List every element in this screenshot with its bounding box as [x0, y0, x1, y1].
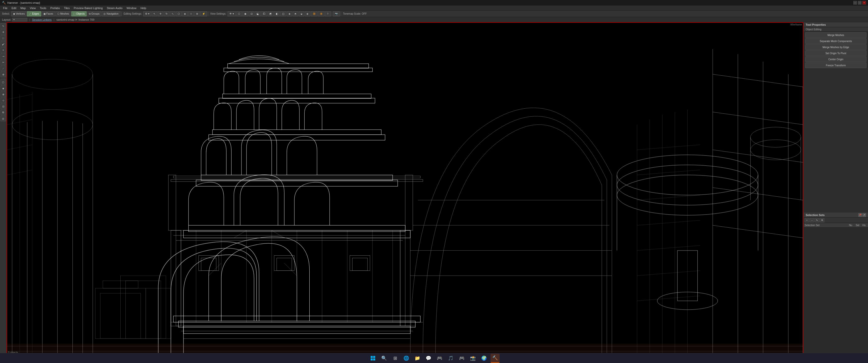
game-app-1-button[interactable]: 🎮	[435, 354, 444, 363]
select-navigation-button[interactable]: ◎ Navigation	[102, 11, 120, 16]
toolbar: Select: ◆ Vertices ⟋ Edges ▣ Faces ⬡ Mes…	[0, 10, 868, 17]
merge-meshes-by-edge-button[interactable]: Merge Meshes by Edge	[805, 44, 867, 50]
select-objects-button[interactable]: ⬚ Objects	[71, 11, 87, 16]
start-button[interactable]	[368, 354, 377, 363]
sel-edit-button[interactable]: ✎	[815, 218, 819, 222]
view-tool-1[interactable]: ⬡	[236, 11, 242, 16]
layout-dropdown[interactable]: ▾	[12, 18, 27, 22]
tool-edge[interactable]: ⟋	[0, 66, 6, 71]
menu-tools[interactable]: Tools	[38, 5, 49, 10]
maximize-button[interactable]: □	[858, 1, 862, 4]
close-button[interactable]: ✕	[863, 1, 866, 4]
tool-pointer[interactable]: ↖	[0, 23, 6, 29]
game-app-2-button[interactable]: 🎮	[457, 354, 466, 363]
tool-12[interactable]: ⊹	[0, 98, 6, 103]
hammer-taskbar-entry[interactable]: 🔨	[491, 354, 500, 363]
menu-preview-baked[interactable]: Preview Baked Lighting	[72, 5, 105, 10]
sel-remove-button[interactable]: −	[810, 218, 814, 222]
select-faces-button[interactable]: ▣ Faces	[42, 11, 55, 16]
steam-button[interactable]: 🎵	[446, 354, 455, 363]
menu-window[interactable]: Window	[125, 5, 138, 10]
breadcrumb-arrow: ▶	[75, 18, 78, 21]
view-tool-5[interactable]: ⧠	[261, 11, 267, 16]
tool-9[interactable]: ⬡	[0, 79, 6, 85]
tool-create[interactable]: □	[0, 35, 6, 41]
breadcrumb-file[interactable]: santorini.vmap	[56, 18, 74, 21]
sel-copy-button[interactable]: ⧉	[820, 218, 824, 222]
tool-10[interactable]: ◈	[0, 86, 6, 91]
viewport[interactable]: Wireframe 0 objects	[6, 22, 803, 356]
view-tool-4[interactable]: ⬕	[255, 11, 261, 16]
camera-icon: 📷	[335, 12, 338, 15]
menu-steam-audio[interactable]: Steam Audio	[105, 5, 124, 10]
tool-transform[interactable]: ✛	[0, 29, 6, 35]
search-taskbar-button[interactable]: 🔍	[379, 354, 389, 363]
tool-cut[interactable]: ✂	[0, 60, 6, 65]
browser-firefox-button[interactable]: 🌐	[402, 354, 411, 363]
tool-rotate[interactable]: ↻	[164, 11, 169, 16]
tool-4[interactable]: ⬡	[176, 11, 182, 16]
select-edges-button[interactable]: ⟋ Edges	[27, 11, 41, 16]
view-tool-13[interactable]: 🔆	[311, 11, 317, 16]
view-tool-9[interactable]: ⬗	[287, 11, 292, 16]
tool-15[interactable]: ◎	[0, 116, 6, 121]
view-tool-14[interactable]: 🔅	[318, 11, 324, 16]
world-app-button[interactable]: 🌍	[479, 354, 489, 363]
tool-paint[interactable]: 🖌	[0, 41, 6, 47]
objects-icon: ⬚	[73, 12, 75, 15]
editing-settings-dropdown[interactable]: ⚙ ▾	[143, 11, 151, 16]
view-tool-10[interactable]: ⬘	[293, 11, 298, 16]
merge-meshes-button[interactable]: Merge Meshes	[805, 32, 867, 38]
menu-edit[interactable]: Edit	[9, 5, 19, 10]
menu-view[interactable]: View	[28, 5, 38, 10]
title-bar-controls: — □ ✕	[854, 1, 866, 4]
chat-app-button[interactable]: 💬	[424, 354, 433, 363]
left-panel-separator	[1, 78, 6, 78]
session-linkers[interactable]: Session Linkers	[32, 18, 52, 21]
menu-tiles[interactable]: Tiles	[62, 5, 72, 10]
tool-6[interactable]: ⊹	[188, 11, 194, 16]
tool-move[interactable]: ✛	[158, 11, 163, 16]
center-origin-button[interactable]: Center Origin	[805, 57, 867, 62]
view-tool-2[interactable]: ◉	[243, 11, 248, 16]
select-vertices-button[interactable]: ◆ Vertices	[11, 11, 27, 16]
select-groups-button[interactable]: ⧉ Groups	[87, 11, 101, 16]
tool-5[interactable]: ◈	[182, 11, 188, 16]
view-tool-7[interactable]: ◧	[274, 11, 280, 16]
camera-icon-btn[interactable]: 📷	[333, 11, 340, 16]
pin-button[interactable]: 📌	[859, 213, 862, 217]
tool-8[interactable]: ⚡	[200, 11, 207, 16]
minimize-button[interactable]: —	[854, 1, 857, 4]
view-tool-6[interactable]: ◩	[268, 11, 274, 16]
tool-connect[interactable]: ⊛	[0, 72, 6, 77]
menu-bar: File Edit Map View Tools Prefabs Tiles P…	[0, 5, 868, 10]
tool-14[interactable]: ⧉	[0, 110, 6, 115]
view-tool-12[interactable]: ⬖	[305, 11, 310, 16]
screenshot-button[interactable]: 📸	[468, 354, 477, 363]
file-explorer-button[interactable]: 📁	[413, 354, 422, 363]
tool-13[interactable]: ⊡	[0, 104, 6, 109]
tool-select[interactable]: ↖	[152, 11, 157, 16]
view-tool-15[interactable]: ⚐	[325, 11, 331, 16]
view-tool-3[interactable]: ⊡	[249, 11, 254, 16]
view-tool-11[interactable]: ⬙	[299, 11, 304, 16]
set-origin-to-pivot-button[interactable]: Set Origin To Pivot	[805, 51, 867, 56]
tool-measure[interactable]: ⊸	[0, 54, 6, 59]
tool-7[interactable]: ⊛	[194, 11, 200, 16]
task-view-button[interactable]: ⊞	[391, 354, 400, 363]
tool-sculpt[interactable]: ⌖	[0, 47, 6, 53]
menu-file[interactable]: File	[1, 5, 9, 10]
expand-button[interactable]: ⤢	[863, 213, 866, 217]
select-meshes-button[interactable]: ⬡ Meshes	[56, 11, 71, 16]
sel-add-button[interactable]: +	[805, 218, 809, 222]
view-settings-dropdown[interactable]: 👁 ▾	[227, 11, 236, 16]
separate-mesh-components-button[interactable]: Separate Mesh Components	[805, 38, 867, 44]
freeze-transform-button[interactable]: Freeze Transform	[805, 63, 867, 68]
layout-label: Layout:	[2, 18, 11, 21]
menu-map[interactable]: Map	[19, 5, 28, 10]
menu-prefabs[interactable]: Prefabs	[48, 5, 62, 10]
menu-help[interactable]: Help	[138, 5, 148, 10]
tool-11[interactable]: ⊕	[0, 92, 6, 97]
view-tool-8[interactable]: ◫	[280, 11, 286, 16]
tool-scale[interactable]: ⤡	[170, 11, 175, 16]
